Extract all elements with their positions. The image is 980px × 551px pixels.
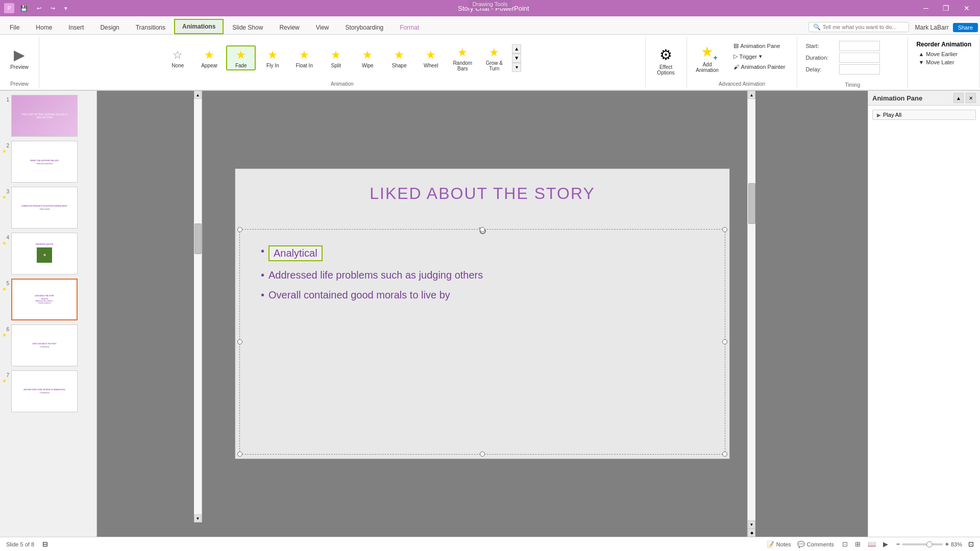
anim-wheel[interactable]: ★ Wheel bbox=[416, 46, 446, 70]
tab-animations[interactable]: Animations bbox=[174, 19, 224, 34]
customize-button[interactable]: ▾ bbox=[61, 4, 70, 13]
slide-sorter-button[interactable]: ⊞ bbox=[853, 539, 863, 549]
anim-grow-turn[interactable]: ★ Grow & Turn bbox=[479, 43, 509, 73]
canvas-scroll-more[interactable]: ◆ bbox=[748, 529, 755, 537]
add-animation-button[interactable]: ★ + Add Animation bbox=[691, 39, 724, 76]
anim-pane-close[interactable]: ✕ bbox=[966, 93, 976, 103]
zoom-slider[interactable] bbox=[902, 543, 943, 545]
canvas-vscroll[interactable]: ▲ ▼ ◆ bbox=[747, 91, 755, 537]
duration-label: Duration: bbox=[805, 55, 836, 61]
start-input[interactable] bbox=[839, 41, 880, 51]
slide-star-2: ★ bbox=[2, 148, 9, 154]
slide-thumb-6[interactable]: 6 ★ DIDN'T LIKE ABOUT THE STORY • Conten… bbox=[2, 324, 94, 366]
title-bar-left: P 💾 ↩ ↪ ▾ bbox=[4, 3, 70, 13]
handle-tl[interactable] bbox=[237, 227, 242, 232]
panel-scroll-thumb[interactable] bbox=[194, 223, 202, 254]
delay-input[interactable] bbox=[839, 64, 880, 74]
slide-thumb-4[interactable]: 4 ★ FAVORITE QUOTE 🌸 bbox=[2, 233, 94, 274]
anim-fade[interactable]: ★ Fade bbox=[226, 45, 256, 70]
anim-scroll-more[interactable]: ▾ bbox=[512, 63, 521, 72]
normal-view-button[interactable]: ⊡ bbox=[840, 539, 850, 549]
play-all-button[interactable]: ▶ Play All bbox=[872, 110, 976, 120]
handle-tm[interactable] bbox=[480, 227, 485, 232]
handle-mr[interactable] bbox=[722, 339, 727, 344]
zoom-in-button[interactable]: + bbox=[945, 540, 949, 548]
comments-button[interactable]: 💬 Comments bbox=[797, 541, 834, 548]
anim-wipe[interactable]: ★ Wipe bbox=[353, 46, 382, 70]
anim-pane-up[interactable]: ▲ bbox=[953, 93, 964, 103]
slide-panel-toggle[interactable]: ⊟ bbox=[42, 540, 48, 548]
tab-format[interactable]: Format bbox=[392, 20, 427, 34]
notes-button[interactable]: 📝 Notes bbox=[767, 541, 791, 548]
bullet-dot-2: • bbox=[261, 269, 264, 281]
handle-tr[interactable] bbox=[722, 227, 727, 232]
move-later-button[interactable]: ▼ Move Later bbox=[916, 58, 971, 66]
search-box[interactable]: 🔍 bbox=[808, 22, 909, 32]
anim-scroll-down[interactable]: ▼ bbox=[512, 54, 521, 63]
tab-review[interactable]: Review bbox=[272, 20, 307, 34]
slide-star-7: ★ bbox=[2, 378, 9, 384]
panel-vscroll[interactable]: ▲ ▼ bbox=[194, 91, 202, 522]
animation-pane-button[interactable]: ▤ Animation Pane bbox=[730, 41, 789, 51]
drawing-tools-label: Drawing Tools bbox=[469, 0, 512, 8]
slide-thumb-1[interactable]: 1 THE LADY IN THE LOOKING GLASS, A REFLE… bbox=[2, 95, 94, 137]
tab-home[interactable]: Home bbox=[28, 20, 60, 34]
slideshow-button[interactable]: ▶ bbox=[881, 539, 890, 549]
advanced-section-label: Advanced Animation bbox=[719, 79, 765, 88]
anim-fly-in[interactable]: ★ Fly In bbox=[258, 46, 287, 70]
anim-float-in[interactable]: ★ Float In bbox=[289, 46, 319, 70]
panel-scroll-down[interactable]: ▼ bbox=[194, 514, 202, 522]
animation-painter-button[interactable]: 🖌 Animation Painter bbox=[730, 62, 789, 71]
handle-ml[interactable] bbox=[237, 339, 242, 344]
redo-button[interactable]: ↪ bbox=[47, 4, 58, 13]
slide-thumb-5[interactable]: 5 ★ LIKED ABOUT THE STORY • Analytical •… bbox=[2, 279, 94, 320]
move-earlier-button[interactable]: ▲ Move Earlier bbox=[916, 50, 971, 58]
zoom-thumb[interactable] bbox=[926, 541, 933, 547]
minimize-button[interactable]: ─ bbox=[917, 0, 935, 16]
anim-fly-in-label: Fly In bbox=[266, 63, 279, 68]
anim-split[interactable]: ★ Split bbox=[321, 46, 351, 70]
close-button[interactable]: ✕ bbox=[958, 0, 976, 16]
canvas-scroll-up[interactable]: ▲ bbox=[748, 91, 755, 99]
preview-button[interactable]: ▶ Preview bbox=[4, 40, 35, 77]
slide-thumb-2[interactable]: 2 ★ WHAT THE AUTHOR VALUES • Some text c… bbox=[2, 141, 94, 183]
restore-button[interactable]: ❐ bbox=[937, 0, 955, 16]
anim-shape[interactable]: ★ Shape bbox=[384, 46, 414, 70]
start-label: Start: bbox=[805, 43, 836, 49]
canvas-scroll-down[interactable]: ▼ bbox=[748, 520, 755, 529]
tab-insert[interactable]: Insert bbox=[61, 20, 91, 34]
tab-file[interactable]: File bbox=[2, 20, 27, 34]
anim-none[interactable]: ☆ None bbox=[163, 46, 192, 70]
timing-section-label: Timing bbox=[845, 80, 861, 89]
slide-thumb-7[interactable]: 7 ★ ANOTHER STORY, SONG, OR MOVIE OF REM… bbox=[2, 370, 94, 412]
tab-slideshow[interactable]: Slide Show bbox=[225, 20, 271, 34]
search-input[interactable] bbox=[823, 24, 904, 30]
app-icon: P bbox=[4, 3, 14, 13]
duration-input[interactable] bbox=[839, 53, 880, 63]
slide-img-7: ANOTHER STORY, SONG, OR MOVIE OF REMINIS… bbox=[11, 370, 78, 412]
handle-br[interactable] bbox=[722, 452, 727, 457]
panel-scroll-up[interactable]: ▲ bbox=[194, 91, 202, 99]
tab-design[interactable]: Design bbox=[92, 20, 127, 34]
fit-slide-button[interactable]: ⊡ bbox=[968, 540, 974, 548]
save-button[interactable]: 💾 bbox=[17, 4, 31, 13]
share-button[interactable]: Share bbox=[953, 23, 978, 32]
anim-random-bars[interactable]: ★ Random Bars bbox=[448, 43, 477, 73]
anim-scroll-up[interactable]: ▲ bbox=[512, 44, 521, 54]
tab-transitions[interactable]: Transitions bbox=[128, 20, 173, 34]
anim-appear[interactable]: ★ Appear bbox=[194, 46, 224, 70]
advanced-items: ★ + Add Animation ▤ Animation Pane ▷ Tri… bbox=[691, 37, 793, 79]
handle-bm[interactable] bbox=[480, 452, 485, 457]
zoom-out-button[interactable]: − bbox=[896, 540, 900, 548]
reading-view-button[interactable]: 📖 bbox=[866, 539, 878, 549]
effect-options-button[interactable]: ⚙ Effect Options bbox=[650, 44, 682, 78]
handle-bl[interactable] bbox=[237, 452, 242, 457]
play-all-icon: ▶ bbox=[877, 112, 881, 118]
undo-button[interactable]: ↩ bbox=[34, 4, 44, 13]
trigger-button[interactable]: ▷ Trigger ▾ bbox=[730, 52, 789, 61]
tab-storyboarding[interactable]: Storyboarding bbox=[338, 20, 391, 34]
animation-pane-controls: ▲ ✕ bbox=[953, 93, 976, 103]
tab-view[interactable]: View bbox=[308, 20, 337, 34]
canvas-scroll-thumb[interactable] bbox=[748, 183, 755, 224]
slide-thumb-3[interactable]: 3 ★ COMMON LIFE PROBLEM IS THE AUTHOR IS… bbox=[2, 187, 94, 229]
